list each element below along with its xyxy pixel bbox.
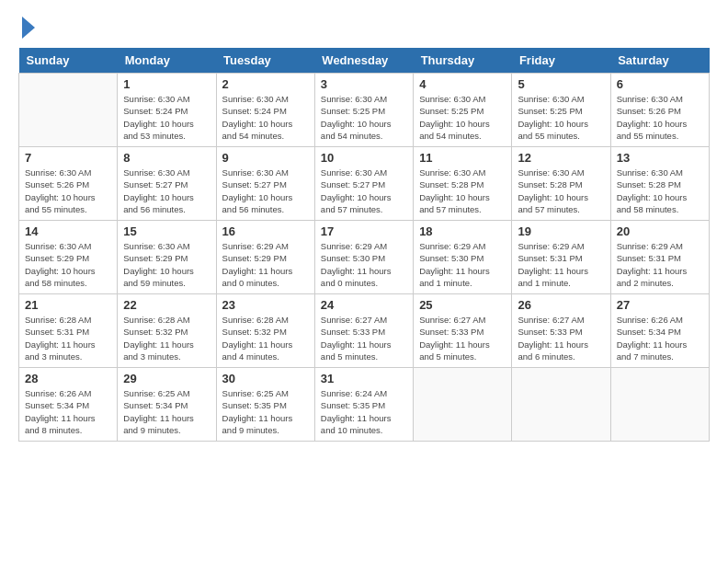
calendar-day-cell: 22Sunrise: 6:28 AMSunset: 5:32 PMDayligh… xyxy=(118,294,216,368)
calendar-day-cell: 11Sunrise: 6:30 AMSunset: 5:28 PMDayligh… xyxy=(414,147,512,221)
weekday-header-cell: Thursday xyxy=(414,48,512,74)
day-info: Sunrise: 6:30 AMSunset: 5:27 PMDaylight:… xyxy=(123,167,210,215)
day-number: 20 xyxy=(617,224,703,238)
page-header xyxy=(18,18,710,39)
calendar-day-cell: 18Sunrise: 6:29 AMSunset: 5:30 PMDayligh… xyxy=(414,221,512,294)
calendar-table: SundayMondayTuesdayWednesdayThursdayFrid… xyxy=(18,48,710,442)
day-number: 1 xyxy=(123,77,210,91)
day-number: 31 xyxy=(321,372,407,385)
calendar-day-cell: 31Sunrise: 6:24 AMSunset: 5:35 PMDayligh… xyxy=(314,368,413,442)
day-info: Sunrise: 6:30 AMSunset: 5:28 PMDaylight:… xyxy=(518,167,604,215)
calendar-day-cell: 8Sunrise: 6:30 AMSunset: 5:27 PMDaylight… xyxy=(118,147,216,221)
day-info: Sunrise: 6:26 AMSunset: 5:34 PMDaylight:… xyxy=(617,314,703,362)
day-info: Sunrise: 6:30 AMSunset: 5:26 PMDaylight:… xyxy=(617,93,703,142)
calendar-day-cell: 19Sunrise: 6:29 AMSunset: 5:31 PMDayligh… xyxy=(512,221,610,294)
day-number: 4 xyxy=(419,77,506,91)
calendar-day-cell: 6Sunrise: 6:30 AMSunset: 5:26 PMDaylight… xyxy=(610,74,709,147)
calendar-day-cell: 23Sunrise: 6:28 AMSunset: 5:32 PMDayligh… xyxy=(216,294,314,368)
day-number: 29 xyxy=(123,372,210,385)
day-info: Sunrise: 6:30 AMSunset: 5:25 PMDaylight:… xyxy=(518,93,604,142)
weekday-header-cell: Tuesday xyxy=(216,48,314,74)
calendar-day-cell: 25Sunrise: 6:27 AMSunset: 5:33 PMDayligh… xyxy=(414,294,512,368)
calendar-day-cell: 24Sunrise: 6:27 AMSunset: 5:33 PMDayligh… xyxy=(314,294,413,368)
calendar-day-cell: 2Sunrise: 6:30 AMSunset: 5:24 PMDaylight… xyxy=(216,74,314,147)
calendar-day-cell xyxy=(512,368,610,442)
weekday-header-cell: Wednesday xyxy=(314,48,413,74)
day-info: Sunrise: 6:29 AMSunset: 5:31 PMDaylight:… xyxy=(617,240,703,289)
calendar-day-cell: 4Sunrise: 6:30 AMSunset: 5:25 PMDaylight… xyxy=(414,74,512,147)
calendar-day-cell: 14Sunrise: 6:30 AMSunset: 5:29 PMDayligh… xyxy=(19,221,118,294)
weekday-header-row: SundayMondayTuesdayWednesdayThursdayFrid… xyxy=(19,48,710,74)
day-info: Sunrise: 6:29 AMSunset: 5:30 PMDaylight:… xyxy=(419,240,506,289)
day-number: 21 xyxy=(25,298,111,312)
day-number: 6 xyxy=(617,77,703,91)
day-number: 25 xyxy=(419,298,506,312)
day-info: Sunrise: 6:30 AMSunset: 5:26 PMDaylight:… xyxy=(25,167,111,215)
weekday-header-cell: Monday xyxy=(118,48,216,74)
day-number: 3 xyxy=(321,77,407,91)
day-info: Sunrise: 6:30 AMSunset: 5:25 PMDaylight:… xyxy=(321,93,407,142)
calendar-day-cell: 16Sunrise: 6:29 AMSunset: 5:29 PMDayligh… xyxy=(216,221,314,294)
calendar-day-cell xyxy=(19,74,118,147)
calendar-week-row: 14Sunrise: 6:30 AMSunset: 5:29 PMDayligh… xyxy=(19,221,710,294)
day-number: 27 xyxy=(617,298,703,312)
day-number: 22 xyxy=(123,298,210,312)
weekday-header-cell: Saturday xyxy=(610,48,709,74)
day-info: Sunrise: 6:30 AMSunset: 5:24 PMDaylight:… xyxy=(222,93,309,142)
calendar-day-cell: 27Sunrise: 6:26 AMSunset: 5:34 PMDayligh… xyxy=(610,294,709,368)
day-number: 8 xyxy=(123,151,210,165)
weekday-header-cell: Sunday xyxy=(19,48,118,74)
calendar-day-cell: 26Sunrise: 6:27 AMSunset: 5:33 PMDayligh… xyxy=(512,294,610,368)
day-number: 5 xyxy=(518,77,604,91)
day-number: 13 xyxy=(617,151,703,165)
calendar-day-cell xyxy=(610,368,709,442)
day-info: Sunrise: 6:26 AMSunset: 5:34 PMDaylight:… xyxy=(25,387,111,436)
calendar-day-cell: 3Sunrise: 6:30 AMSunset: 5:25 PMDaylight… xyxy=(314,74,413,147)
calendar-day-cell: 29Sunrise: 6:25 AMSunset: 5:34 PMDayligh… xyxy=(118,368,216,442)
calendar-day-cell: 21Sunrise: 6:28 AMSunset: 5:31 PMDayligh… xyxy=(19,294,118,368)
day-number: 12 xyxy=(518,151,604,165)
calendar-week-row: 28Sunrise: 6:26 AMSunset: 5:34 PMDayligh… xyxy=(19,368,710,442)
calendar-day-cell: 10Sunrise: 6:30 AMSunset: 5:27 PMDayligh… xyxy=(314,147,413,221)
day-info: Sunrise: 6:29 AMSunset: 5:29 PMDaylight:… xyxy=(222,240,309,289)
day-number: 16 xyxy=(222,224,309,238)
day-number: 26 xyxy=(518,298,604,312)
day-info: Sunrise: 6:29 AMSunset: 5:30 PMDaylight:… xyxy=(321,240,407,289)
day-info: Sunrise: 6:30 AMSunset: 5:28 PMDaylight:… xyxy=(419,167,506,215)
day-number: 17 xyxy=(321,224,407,238)
day-info: Sunrise: 6:30 AMSunset: 5:25 PMDaylight:… xyxy=(419,93,506,142)
calendar-day-cell: 7Sunrise: 6:30 AMSunset: 5:26 PMDaylight… xyxy=(19,147,118,221)
day-info: Sunrise: 6:30 AMSunset: 5:28 PMDaylight:… xyxy=(617,167,703,215)
day-number: 2 xyxy=(222,77,309,91)
day-number: 9 xyxy=(222,151,309,165)
day-info: Sunrise: 6:29 AMSunset: 5:31 PMDaylight:… xyxy=(518,240,604,289)
calendar-body: 1Sunrise: 6:30 AMSunset: 5:24 PMDaylight… xyxy=(19,74,710,442)
day-info: Sunrise: 6:25 AMSunset: 5:35 PMDaylight:… xyxy=(222,387,309,436)
calendar-day-cell: 12Sunrise: 6:30 AMSunset: 5:28 PMDayligh… xyxy=(512,147,610,221)
logo-arrow-icon xyxy=(22,17,35,39)
calendar-day-cell: 9Sunrise: 6:30 AMSunset: 5:27 PMDaylight… xyxy=(216,147,314,221)
day-info: Sunrise: 6:27 AMSunset: 5:33 PMDaylight:… xyxy=(321,314,407,362)
day-info: Sunrise: 6:28 AMSunset: 5:32 PMDaylight:… xyxy=(222,314,309,362)
day-info: Sunrise: 6:30 AMSunset: 5:29 PMDaylight:… xyxy=(123,240,210,289)
day-number: 19 xyxy=(518,224,604,238)
day-number: 14 xyxy=(25,224,111,238)
day-number: 28 xyxy=(25,372,111,385)
weekday-header-cell: Friday xyxy=(512,48,610,74)
calendar-day-cell xyxy=(414,368,512,442)
day-info: Sunrise: 6:25 AMSunset: 5:34 PMDaylight:… xyxy=(123,387,210,436)
calendar-week-row: 1Sunrise: 6:30 AMSunset: 5:24 PMDaylight… xyxy=(19,74,710,147)
calendar-day-cell: 1Sunrise: 6:30 AMSunset: 5:24 PMDaylight… xyxy=(118,74,216,147)
day-number: 24 xyxy=(321,298,407,312)
day-info: Sunrise: 6:30 AMSunset: 5:27 PMDaylight:… xyxy=(222,167,309,215)
day-number: 7 xyxy=(25,151,111,165)
day-info: Sunrise: 6:27 AMSunset: 5:33 PMDaylight:… xyxy=(419,314,506,362)
calendar-day-cell: 5Sunrise: 6:30 AMSunset: 5:25 PMDaylight… xyxy=(512,74,610,147)
calendar-week-row: 7Sunrise: 6:30 AMSunset: 5:26 PMDaylight… xyxy=(19,147,710,221)
day-number: 11 xyxy=(419,151,506,165)
calendar-day-cell: 30Sunrise: 6:25 AMSunset: 5:35 PMDayligh… xyxy=(216,368,314,442)
calendar-day-cell: 15Sunrise: 6:30 AMSunset: 5:29 PMDayligh… xyxy=(118,221,216,294)
day-info: Sunrise: 6:27 AMSunset: 5:33 PMDaylight:… xyxy=(518,314,604,362)
calendar-day-cell: 20Sunrise: 6:29 AMSunset: 5:31 PMDayligh… xyxy=(610,221,709,294)
day-info: Sunrise: 6:30 AMSunset: 5:27 PMDaylight:… xyxy=(321,167,407,215)
